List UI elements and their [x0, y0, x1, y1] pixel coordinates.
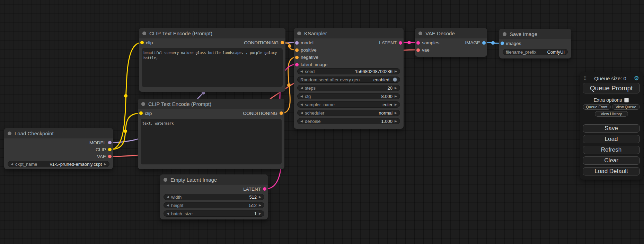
- conditioning-output-slot-dot[interactable]: [280, 111, 283, 115]
- input-slot-latent-image[interactable]: latent_image: [294, 62, 329, 67]
- load-button[interactable]: Load: [583, 135, 640, 143]
- input-slot-images[interactable]: images: [499, 41, 523, 46]
- input-slot-positive[interactable]: positive: [294, 47, 318, 53]
- collapse-dot-icon[interactable]: [418, 31, 422, 35]
- widget-increment-arrow-icon[interactable]: ▶: [395, 111, 397, 115]
- view-history-button[interactable]: View History: [595, 111, 628, 117]
- widget-decrement-arrow-icon[interactable]: ◀: [300, 103, 303, 106]
- samples-input-slot-dot[interactable]: [416, 41, 420, 45]
- queue-menu-panel[interactable]: ⠿ Queue size: 0 ⚙ Queue Prompt Extra opt…: [580, 72, 643, 180]
- node-clip-text-encode-negative-header[interactable]: CLIP Text Encode (Prompt): [138, 99, 284, 109]
- model-output-slot-dot[interactable]: [108, 141, 112, 144]
- node-vae-decode-header[interactable]: VAE Decode: [415, 28, 487, 38]
- collapse-dot-icon[interactable]: [503, 32, 506, 36]
- sampler-name-widget[interactable]: ◀ sampler_name euler ▶: [297, 101, 400, 108]
- widget-increment-arrow-icon[interactable]: ▶: [395, 120, 397, 123]
- graph-canvas[interactable]: Load Checkpoint MODEL CLIP VAE: [0, 0, 644, 244]
- negative-input-slot-dot[interactable]: [295, 56, 299, 59]
- clip-input-slot-dot[interactable]: [139, 111, 143, 115]
- positive-prompt-textarea[interactable]: beautiful scenery nature glass bottle la…: [142, 48, 283, 87]
- negative-prompt-textarea[interactable]: text, watermark: [141, 119, 282, 164]
- seed-widget[interactable]: ◀ seed 156680208700286 ▶: [297, 68, 400, 74]
- cfg-widget[interactable]: ◀ cfg 8.000 ▶: [297, 93, 400, 99]
- input-slot-vae[interactable]: vae: [415, 47, 431, 53]
- widget-decrement-arrow-icon[interactable]: ◀: [300, 70, 303, 73]
- load-default-button[interactable]: Load Default: [583, 167, 640, 175]
- node-load-checkpoint-header[interactable]: Load Checkpoint: [4, 128, 113, 138]
- queue-front-button[interactable]: Queue Front: [583, 104, 611, 110]
- output-slot-latent[interactable]: LATENT: [378, 40, 404, 45]
- output-slot-image[interactable]: IMAGE: [464, 40, 487, 45]
- widget-increment-arrow-icon[interactable]: ▶: [104, 163, 106, 166]
- output-slot-clip[interactable]: CLIP: [94, 147, 113, 152]
- collapse-dot-icon[interactable]: [141, 102, 145, 106]
- height-widget[interactable]: ◀ height 512 ▶: [164, 202, 264, 208]
- clip-output-slot-dot[interactable]: [108, 148, 112, 151]
- output-slot-conditioning[interactable]: CONDITIONING: [241, 111, 284, 116]
- input-slot-negative[interactable]: negative: [294, 55, 320, 60]
- view-queue-button[interactable]: View Queue: [612, 104, 640, 110]
- node-ksampler-header[interactable]: KSampler: [294, 28, 404, 38]
- extra-options-checkbox[interactable]: [624, 98, 629, 102]
- output-slot-model[interactable]: MODEL: [88, 140, 113, 145]
- widget-decrement-arrow-icon[interactable]: ◀: [300, 87, 303, 90]
- model-input-slot-dot[interactable]: [295, 41, 299, 45]
- input-slot-clip[interactable]: clip: [139, 40, 154, 45]
- width-widget[interactable]: ◀ width 512 ▶: [164, 194, 264, 200]
- images-input-slot-dot[interactable]: [501, 42, 504, 45]
- vae-output-slot-dot[interactable]: [108, 155, 112, 158]
- node-clip-text-encode-negative[interactable]: CLIP Text Encode (Prompt) clip CONDITION…: [138, 99, 284, 169]
- node-save-image-header[interactable]: Save Image: [499, 29, 571, 39]
- collapse-dot-icon[interactable]: [142, 31, 146, 35]
- widget-decrement-arrow-icon[interactable]: ◀: [300, 120, 303, 123]
- steps-widget[interactable]: ◀ steps 20 ▶: [297, 85, 400, 91]
- output-slot-conditioning[interactable]: CONDITIONING: [242, 40, 285, 45]
- node-clip-text-encode-positive[interactable]: CLIP Text Encode (Prompt) clip CONDITION…: [139, 28, 285, 92]
- save-button[interactable]: Save: [583, 124, 640, 133]
- widget-increment-arrow-icon[interactable]: ▶: [259, 204, 261, 207]
- node-vae-decode[interactable]: VAE Decode samples IMAGE vae: [415, 28, 487, 57]
- toggle-indicator-dot[interactable]: [393, 78, 397, 82]
- node-empty-latent-image-header[interactable]: Empty Latent Image: [160, 174, 268, 185]
- denoise-widget[interactable]: ◀ denoise 1.000 ▶: [297, 118, 400, 124]
- latent-image-input-slot-dot[interactable]: [295, 63, 299, 66]
- widget-increment-arrow-icon[interactable]: ▶: [395, 87, 397, 90]
- output-slot-latent[interactable]: LATENT: [242, 187, 268, 192]
- clip-input-slot-dot[interactable]: [140, 41, 144, 44]
- widget-decrement-arrow-icon[interactable]: ◀: [167, 196, 169, 199]
- widget-increment-arrow-icon[interactable]: ▶: [395, 70, 397, 73]
- widget-increment-arrow-icon[interactable]: ▶: [259, 196, 261, 199]
- node-load-checkpoint[interactable]: Load Checkpoint MODEL CLIP VAE: [4, 128, 113, 169]
- widget-decrement-arrow-icon[interactable]: ◀: [300, 95, 303, 98]
- latent-output-slot-dot[interactable]: [399, 41, 402, 45]
- widget-decrement-arrow-icon[interactable]: ◀: [11, 163, 13, 166]
- queue-prompt-button[interactable]: Queue Prompt: [583, 83, 640, 93]
- drag-handle-icon[interactable]: ⠿: [583, 76, 587, 81]
- clear-button[interactable]: Clear: [583, 156, 640, 165]
- batch-size-widget[interactable]: ◀ batch_size 1 ▶: [164, 210, 264, 217]
- refresh-button[interactable]: Refresh: [583, 146, 640, 154]
- node-clip-text-encode-positive-header[interactable]: CLIP Text Encode (Prompt): [139, 28, 285, 38]
- input-slot-samples[interactable]: samples: [415, 40, 441, 45]
- filename-prefix-widget[interactable]: filename_prefix ComfyUI: [503, 49, 568, 55]
- random-seed-toggle-widget[interactable]: Random seed after every gen enabled: [297, 76, 400, 83]
- conditioning-output-slot-dot[interactable]: [281, 41, 284, 44]
- settings-gear-icon[interactable]: ⚙: [634, 75, 639, 81]
- collapse-dot-icon[interactable]: [164, 178, 167, 182]
- input-slot-model[interactable]: model: [294, 40, 315, 45]
- positive-input-slot-dot[interactable]: [295, 48, 299, 52]
- widget-increment-arrow-icon[interactable]: ▶: [259, 212, 261, 215]
- collapse-dot-icon[interactable]: [8, 132, 11, 135]
- scheduler-widget[interactable]: ◀ scheduler normal ▶: [297, 110, 400, 116]
- node-ksampler[interactable]: KSampler model LATENT positive: [294, 28, 404, 129]
- widget-increment-arrow-icon[interactable]: ▶: [395, 95, 397, 98]
- output-slot-vae[interactable]: VAE: [96, 154, 113, 159]
- node-empty-latent-image[interactable]: Empty Latent Image LATENT ◀ width 512 ▶ …: [160, 174, 268, 219]
- input-slot-clip[interactable]: clip: [138, 111, 153, 116]
- widget-decrement-arrow-icon[interactable]: ◀: [167, 212, 169, 215]
- collapse-dot-icon[interactable]: [297, 31, 301, 35]
- latent-output-slot-dot[interactable]: [263, 187, 266, 191]
- widget-increment-arrow-icon[interactable]: ▶: [395, 103, 397, 106]
- ckpt-name-widget[interactable]: ◀ ckpt_name v1-5-pruned-emaonly.ckpt ▶: [8, 161, 109, 167]
- widget-decrement-arrow-icon[interactable]: ◀: [167, 204, 169, 207]
